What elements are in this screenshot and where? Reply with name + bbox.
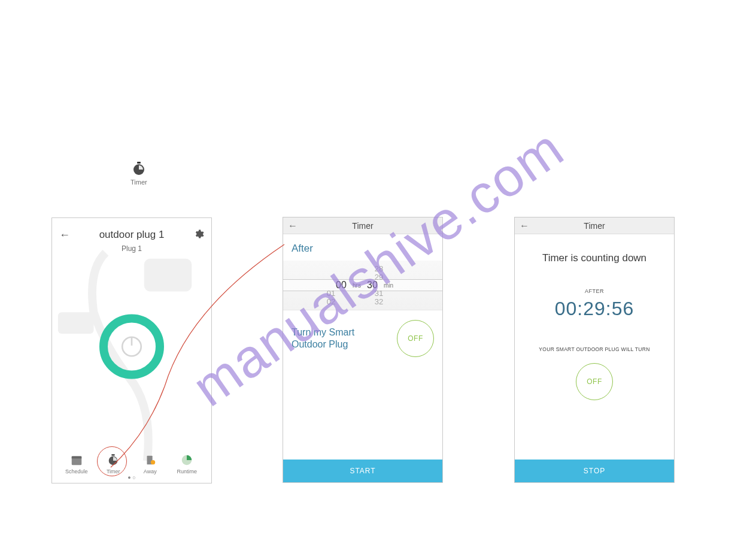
stopwatch-icon [132,162,145,176]
svg-point-11 [151,460,155,464]
hrs-value: 00 [332,280,350,291]
svg-rect-8 [112,454,116,456]
time-picker[interactable]: 28 29 00 hrs 30 min 01 31 02 32 [283,261,442,310]
screen-device-home: ← outdoor plug 1 Plug 1 Schedule Timer A… [51,217,212,483]
svg-rect-2 [144,259,192,292]
countdown-time: 00:29:56 [515,298,674,320]
svg-rect-3 [58,312,94,334]
back-icon[interactable]: ← [59,229,70,241]
start-button[interactable]: START [283,460,442,482]
countdown-heading: Timer is counting down [515,252,674,264]
toggle-off-button[interactable]: OFF [397,320,434,357]
action-text: Turn my Smart Outdoor Plug [292,327,354,350]
calendar-icon [70,454,83,467]
back-icon[interactable]: ← [288,220,297,231]
power-button[interactable] [99,315,164,379]
state-off-indicator[interactable]: OFF [576,363,613,400]
svg-rect-0 [137,162,141,164]
min-value: 30 [363,280,381,291]
screen-title: Timer [352,221,373,231]
piechart-icon [180,454,193,467]
stopwatch-icon [107,454,120,467]
timer-icon-label: Timer [130,179,147,186]
countdown-caption: YOUR SMART OUTDOOR PLUG WILL TURN [515,346,674,352]
tab-runtime[interactable]: Runtime [172,454,202,474]
away-icon [144,454,157,467]
tab-label: Timer [107,468,120,474]
page-dots: ● ○ [52,474,211,480]
stop-button[interactable]: STOP [515,460,674,482]
svg-rect-7 [72,457,82,459]
device-title: outdoor plug 1 [52,229,211,241]
min-unit: min [384,282,393,289]
hrs-unit: hrs [353,282,361,289]
tab-label: Runtime [177,468,197,474]
tab-timer[interactable]: Timer [98,454,128,474]
screen-title: Timer [584,221,605,231]
power-icon [119,334,144,359]
after-label: After [283,234,442,261]
screen-timer-countdown: ← Timer Timer is counting down AFTER 00:… [514,217,675,483]
settings-icon[interactable] [193,229,204,242]
timer-icon-indicator: Timer [130,162,147,186]
tab-away[interactable]: Away [135,454,165,474]
after-label: AFTER [515,288,674,294]
tab-label: Schedule [65,468,88,474]
back-icon[interactable]: ← [520,220,529,231]
tab-label: Away [144,468,157,474]
tab-schedule[interactable]: Schedule [62,454,92,474]
device-subtitle: Plug 1 [52,244,211,253]
screen-timer-setup: ← Timer After 28 29 00 hrs 30 min 01 31 … [283,217,443,483]
